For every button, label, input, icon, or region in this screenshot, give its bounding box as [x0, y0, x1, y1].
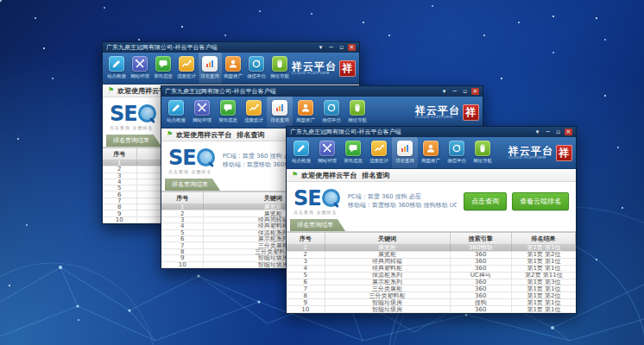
- table-body: 1 展览柜 360移动 第1页 第1位 2 展览柜 360 第1页 第2位 3 …: [287, 245, 576, 313]
- window-titlebar[interactable]: 广东九鼎王冠网有限公司-祥云平台客户端 ▾ ─ ▫ ✕: [103, 42, 359, 53]
- wechat-platform-icon: [249, 56, 264, 72]
- window-controls: ▾ ─ ▫ ✕: [534, 129, 572, 135]
- minimize-icon[interactable]: ─: [544, 129, 552, 135]
- toolbar-item-site-nav[interactable]: 网址导航: [470, 137, 496, 168]
- window-titlebar[interactable]: 广东九鼎王冠网有限公司-祥云平台客户端 ▾ ─ ▫ ✕: [287, 127, 576, 137]
- toolbar-item-wechat[interactable]: 微信平台: [444, 137, 470, 168]
- table-row[interactable]: 1 展览柜 360移动 第1页 第1位: [287, 245, 576, 252]
- toolbar-item-site-nav[interactable]: 网址导航: [268, 53, 292, 84]
- seo-tagline: 点击查询 全面排名: [110, 125, 154, 130]
- window-title: 广东九鼎王冠网有限公司-祥云平台客户端: [106, 43, 317, 52]
- toolbar-item-site-manage[interactable]: 网站管理: [189, 97, 215, 128]
- toolbar-item-promotion[interactable]: 商盟推广: [293, 97, 319, 128]
- menu-icon[interactable]: ▾: [534, 129, 541, 135]
- toolbar-item-rank-query[interactable]: 排名查询: [267, 97, 293, 128]
- flag-icon: ⚑: [167, 131, 173, 138]
- table-row[interactable]: 6 展示柜系列 360 第1页 第3位: [287, 279, 576, 286]
- magnifier-icon: [138, 104, 157, 123]
- window-title: 广东九鼎王冠网有限公司-祥云平台客户端: [165, 87, 440, 96]
- table-row[interactable]: 2 展览柜 360 第1页 第2位: [287, 252, 576, 259]
- table-row[interactable]: 7 三分类展柜 360 第1页 第1位: [287, 285, 576, 292]
- toolbar-item-wechat[interactable]: 微信平台: [319, 97, 344, 128]
- magnifier-icon: [322, 189, 341, 208]
- toolbar-item-traffic[interactable]: 流量统计: [241, 97, 267, 128]
- toolbar-item-site-check[interactable]: 站点检测: [288, 137, 314, 168]
- toolbar-item-traffic[interactable]: 流量统计: [366, 137, 392, 168]
- site-manage-icon: [132, 56, 148, 72]
- tab-rank-results[interactable]: 排名查询结果: [165, 179, 220, 191]
- tab-rank-results[interactable]: 排名查询结果: [290, 219, 345, 231]
- seo-tagline: 点击查询 全面排名: [294, 210, 338, 215]
- toolbar-item-promotion[interactable]: 商盟推广: [418, 137, 444, 168]
- seo-logo: SE 点击查询 全面排名: [294, 188, 341, 215]
- site-nav-icon: [475, 141, 490, 156]
- maximize-icon[interactable]: ▫: [554, 129, 562, 135]
- cloud-rank-button[interactable]: 查看云端排名: [512, 192, 569, 210]
- wechat-platform-icon: [449, 141, 464, 156]
- minimize-icon[interactable]: ─: [327, 44, 335, 51]
- tab-rank-results[interactable]: 排名查询结果: [106, 135, 161, 147]
- message-icon: [345, 141, 361, 156]
- brand-logo: 祥云平台 CLOUD PLATFORM 祥: [415, 97, 481, 128]
- window-titlebar[interactable]: 广东九鼎王冠网有限公司-祥云平台客户端 ▾ ─ ▫ ✕: [161, 86, 483, 97]
- traffic-stats-icon: [246, 100, 262, 116]
- site-check-icon: [109, 56, 124, 72]
- toolbar-item-news[interactable]: 资讯信息: [215, 97, 241, 128]
- toolbar-item-rank-query[interactable]: 排名查询: [392, 137, 418, 168]
- brand-logo: 祥云平台 CLOUD PLATFORM 祥: [508, 137, 574, 168]
- section-title: 排名查询: [237, 130, 264, 140]
- query-button[interactable]: 点击查询: [464, 192, 507, 210]
- table-row[interactable]: 10 智能垃圾房 360 第1页 第1位: [287, 306, 576, 313]
- toolbar-item-site-nav[interactable]: 网址导航: [344, 97, 370, 128]
- mobile-engines: 移动端：百度移动 360移动 搜狗移动 UC神马: [348, 201, 457, 210]
- table-row[interactable]: 4 经典塑料柜 360 第1页 第1位: [287, 266, 576, 273]
- table-row[interactable]: 8 三分类塑料柜 360 第1页 第2位: [287, 292, 576, 299]
- toolbar-item-promotion[interactable]: 商盟推广: [222, 53, 245, 84]
- promotion-icon: [225, 56, 241, 72]
- main-toolbar: 站点检测 网站管理 资讯信息 流量统计 排名查询 商盟推广 微信平台 网址导航: [161, 97, 483, 129]
- window-controls: ▾ ─ ▫ ✕: [317, 44, 356, 51]
- site-check-icon: [168, 100, 184, 116]
- engine-list: PC端：百度 360 搜狗 必应 移动端：百度移动 360移动 搜狗移动 UC神…: [348, 192, 457, 210]
- seo-logo: SE 点击查询 全面排名: [168, 147, 216, 174]
- wechat-platform-icon: [324, 100, 339, 116]
- traffic-stats-icon: [371, 141, 387, 156]
- table-row[interactable]: 9 智能垃圾房 搜狗 第1页 第1位: [287, 299, 576, 306]
- table-row[interactable]: 3 经典周转箱 360 第1页 第1位: [287, 259, 576, 266]
- menu-icon[interactable]: ▾: [440, 88, 448, 95]
- message-icon: [220, 100, 236, 116]
- seo-tagline: 点击查询 全面排名: [168, 169, 212, 174]
- toolbar-item-news[interactable]: 资讯信息: [340, 137, 366, 168]
- close-icon[interactable]: ✕: [471, 88, 479, 95]
- toolbar-item-site-check[interactable]: 站点检测: [163, 97, 189, 128]
- site-manage-icon: [319, 141, 335, 156]
- toolbar-item-site-check[interactable]: 站点检测: [104, 53, 128, 84]
- welcome-text: 欢迎使用祥云平台: [176, 130, 231, 140]
- message-icon: [155, 56, 171, 72]
- toolbar-item-site-manage[interactable]: 网站管理: [128, 53, 151, 84]
- toolbar-item-site-manage[interactable]: 网站管理: [314, 137, 340, 168]
- promotion-icon: [423, 141, 439, 156]
- main-toolbar: 站点检测 网站管理 资讯信息 流量统计 排名查询 商盟推广 微信平台 网址导航: [287, 137, 576, 169]
- toolbar-item-traffic[interactable]: 流量统计: [174, 53, 198, 84]
- maximize-icon[interactable]: ▫: [338, 44, 345, 51]
- window-title: 广东九鼎王冠网有限公司-祥云平台客户端: [290, 128, 534, 136]
- toolbar-item-rank-query[interactable]: 排名查询: [199, 53, 222, 84]
- minimize-icon[interactable]: ─: [451, 88, 458, 95]
- close-icon[interactable]: ✕: [348, 44, 356, 51]
- menu-icon[interactable]: ▾: [317, 44, 325, 51]
- brand-logo: 祥云平台 CLOUD PLATFORM 祥: [292, 53, 357, 84]
- maximize-icon[interactable]: ▫: [461, 88, 469, 95]
- rank-query-icon: [272, 100, 287, 116]
- table-row[interactable]: 5 保温柜系列 UC神马 第2页 第11位: [287, 273, 576, 279]
- toolbar-item-news[interactable]: 资讯信息: [151, 53, 174, 84]
- table-header-row: 序号 关键词 搜索引擎 排名结果: [287, 233, 576, 245]
- welcome-text: 欢迎使用祥云平台: [301, 171, 357, 180]
- site-check-icon: [294, 141, 309, 156]
- app-window-front[interactable]: 广东九鼎王冠网有限公司-祥云平台客户端 ▾ ─ ▫ ✕ 站点检测 网站管理 资讯…: [286, 126, 577, 314]
- toolbar-item-wechat[interactable]: 微信平台: [245, 53, 268, 84]
- close-icon[interactable]: ✕: [565, 129, 572, 135]
- pc-engines: PC端：百度 360 搜狗 必应: [348, 192, 457, 202]
- traffic-stats-icon: [179, 56, 194, 72]
- rank-result-table: 序号 关键词 搜索引擎 排名结果 1 展览柜 360移动 第1页 第1位 2 展…: [287, 232, 576, 313]
